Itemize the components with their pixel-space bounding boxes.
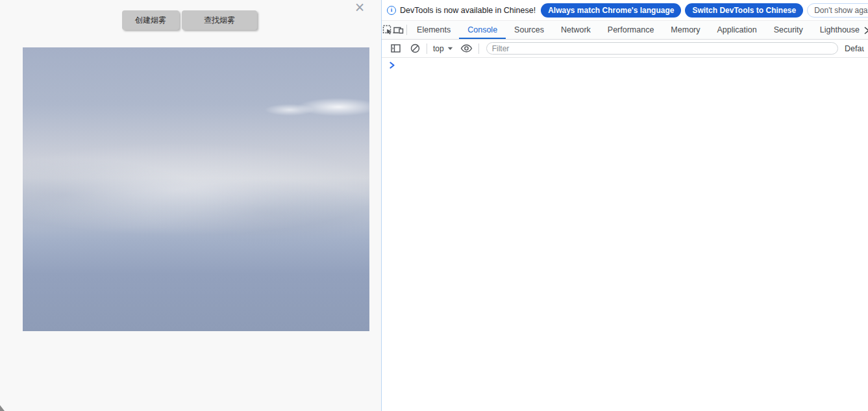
devtools-language-infobar: i DevTools is now available in Chinese! … bbox=[382, 0, 868, 20]
default-levels-dropdown[interactable]: Default levels bbox=[845, 44, 864, 53]
create-smoke-button[interactable]: 创建烟雾 bbox=[122, 10, 179, 30]
tab-security[interactable]: Security bbox=[765, 21, 812, 39]
info-icon: i bbox=[387, 6, 396, 15]
chevron-down-icon bbox=[447, 47, 453, 51]
context-label: top bbox=[433, 44, 444, 53]
web-page-panel: 创建烟雾 查找烟雾 × bbox=[0, 0, 381, 411]
filter-input[interactable] bbox=[486, 42, 838, 55]
tab-application[interactable]: Application bbox=[709, 21, 765, 39]
mouse-cursor bbox=[0, 405, 5, 411]
devtools-panel: i DevTools is now available in Chinese! … bbox=[381, 0, 868, 411]
tab-sources[interactable]: Sources bbox=[506, 21, 552, 39]
tab-network[interactable]: Network bbox=[552, 21, 599, 39]
toolbar-divider bbox=[478, 44, 479, 54]
toolbar-divider bbox=[406, 25, 407, 35]
always-match-language-button[interactable]: Always match Chrome's language bbox=[541, 3, 681, 18]
javascript-context-dropdown[interactable]: top bbox=[429, 44, 457, 53]
inspect-element-icon[interactable] bbox=[382, 21, 393, 39]
console-prompt[interactable] bbox=[382, 58, 868, 69]
toolbar-divider bbox=[427, 44, 427, 54]
dont-show-again-button[interactable]: Don't show again bbox=[807, 3, 868, 18]
browser-window: 创建烟雾 查找烟雾 × i DevTools is now available … bbox=[0, 0, 868, 411]
close-icon[interactable]: × bbox=[351, 0, 368, 16]
find-smoke-button[interactable]: 查找烟雾 bbox=[182, 10, 257, 30]
console-prompt-icon bbox=[389, 62, 396, 69]
clear-console-icon[interactable] bbox=[405, 44, 425, 53]
tab-memory[interactable]: Memory bbox=[662, 21, 708, 39]
devtools-tabbar: Elements Console Sources Network Perform… bbox=[382, 20, 868, 40]
console-toolbar: top Default levels bbox=[382, 40, 868, 58]
tab-performance[interactable]: Performance bbox=[599, 21, 663, 39]
scene-canvas[interactable] bbox=[23, 47, 369, 331]
live-expression-eye-icon[interactable] bbox=[457, 44, 477, 53]
switch-devtools-chinese-button[interactable]: Switch DevTools to Chinese bbox=[685, 3, 803, 18]
tab-lighthouse[interactable]: Lighthouse bbox=[812, 21, 868, 39]
console-sidebar-icon[interactable] bbox=[386, 44, 405, 53]
more-tabs-icon[interactable] bbox=[862, 26, 868, 35]
infobar-message: DevTools is now available in Chinese! bbox=[400, 6, 536, 15]
device-toolbar-icon[interactable] bbox=[393, 21, 404, 39]
console-messages-area[interactable] bbox=[382, 58, 868, 411]
tab-console[interactable]: Console bbox=[459, 21, 506, 39]
tab-elements[interactable]: Elements bbox=[408, 21, 459, 39]
